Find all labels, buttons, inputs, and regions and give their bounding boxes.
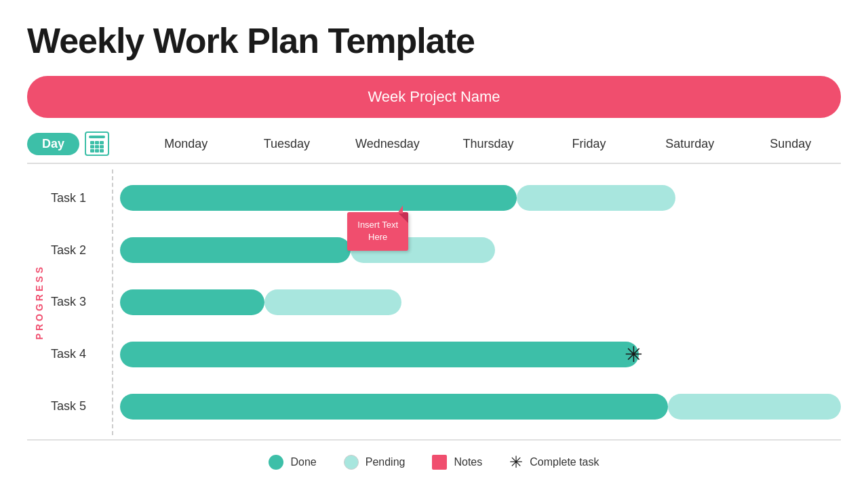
star-icon: ✳ — [509, 453, 523, 472]
header-row: Day MondayTuesdayWednesdayThursdayFriday… — [27, 131, 841, 164]
legend-pending: Pending — [344, 455, 406, 470]
task-name-label-1: Task 1 — [51, 191, 86, 205]
gantt-row-4: ✳ — [120, 337, 841, 372]
pending-dot-icon — [344, 455, 359, 470]
gantt-track-1 — [120, 185, 841, 211]
task-name-4: Task 4 — [51, 337, 105, 372]
task-name-label-3: Task 3 — [51, 295, 86, 309]
task-name-label-4: Task 4 — [51, 347, 86, 361]
task-name-label-5: Task 5 — [51, 399, 86, 413]
dashed-divider — [112, 169, 113, 435]
page: Weekly Work Plan Template Week Project N… — [0, 0, 868, 488]
day-header-sunday: Sunday — [740, 137, 841, 151]
day-header-friday: Friday — [538, 137, 639, 151]
done-label: Done — [290, 456, 316, 468]
gantt-track-2 — [120, 237, 841, 263]
complete-task-star-4: ✳ — [625, 344, 643, 365]
pending-label: Pending — [366, 456, 406, 468]
day-label-cell: Day — [27, 131, 136, 156]
day-header-saturday: Saturday — [639, 137, 741, 151]
task-name-2: Task 2 — [51, 232, 105, 268]
gantt-row-2: Insert Text Here — [120, 232, 841, 268]
done-bar-task-3 — [120, 289, 264, 315]
pending-bar-task-1 — [517, 185, 675, 211]
progress-label-col: PROGRESS — [27, 169, 51, 435]
legend-notes: Notes — [432, 455, 482, 470]
task-names-col: Task 1Task 2Task 3Task 4Task 5 — [51, 169, 105, 435]
task-name-1: Task 1 — [51, 180, 105, 216]
task-name-5: Task 5 — [51, 389, 105, 424]
gantt-row-5 — [120, 389, 841, 424]
day-header-wednesday: Wednesday — [337, 137, 438, 151]
day-header-monday: Monday — [136, 137, 237, 151]
done-bar-task-4 — [120, 342, 639, 367]
day-header-tuesday: Tuesday — [237, 137, 338, 151]
gantt-track-4: ✳ — [120, 342, 841, 367]
day-header-thursday: Thursday — [438, 137, 539, 151]
day-pill: Day — [27, 133, 79, 155]
days-header: MondayTuesdayWednesdayThursdayFridaySatu… — [136, 137, 841, 151]
done-bar-task-5 — [120, 394, 668, 420]
progress-text: PROGRESS — [34, 264, 45, 340]
gantt-track-3 — [120, 289, 841, 315]
done-bar-task-2 — [120, 237, 351, 263]
complete-task-label: Complete task — [530, 456, 599, 468]
task-name-3: Task 3 — [51, 285, 105, 320]
done-dot-icon — [269, 455, 283, 470]
pending-bar-task-5 — [668, 394, 841, 420]
chart-area: PROGRESS Task 1Task 2Task 3Task 4Task 5 … — [27, 169, 841, 435]
gantt-track-5 — [120, 394, 841, 420]
project-banner: Week Project Name — [27, 76, 841, 118]
page-title: Weekly Work Plan Template — [27, 20, 841, 61]
separator — [27, 439, 841, 441]
notes-icon — [432, 455, 447, 470]
gantt-row-1 — [120, 180, 841, 216]
pending-bar-task-3 — [264, 289, 401, 315]
gantt-row-3 — [120, 285, 841, 320]
task-name-label-2: Task 2 — [51, 243, 86, 258]
note-card: Insert Text Here — [347, 212, 408, 250]
notes-label: Notes — [454, 456, 482, 468]
legend-done: Done — [269, 455, 316, 470]
gantt-tracks: Insert Text Here✳ — [120, 169, 841, 435]
legend: Done Pending Notes ✳ Complete task — [27, 445, 841, 474]
legend-complete-task: ✳ Complete task — [509, 453, 599, 472]
done-bar-task-1 — [120, 185, 517, 211]
calendar-icon — [85, 131, 109, 156]
